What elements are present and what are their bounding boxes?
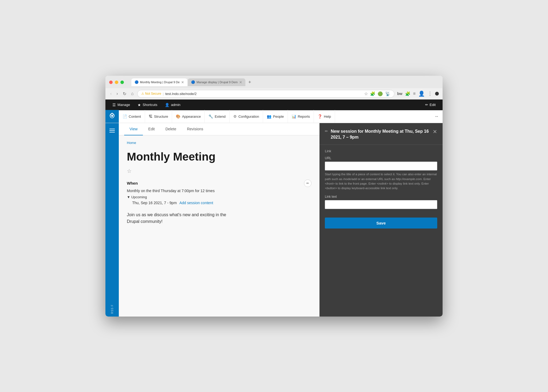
manage-menu-item[interactable]: ☰ Manage — [109, 101, 133, 109]
edit-label: Edit — [430, 103, 436, 107]
reports-label: Reports — [298, 115, 310, 119]
people-label: People — [273, 115, 284, 119]
url-hint: Start typing the title of a piece of con… — [325, 172, 437, 191]
upcoming-toggle[interactable]: ▼ Upcoming — [127, 195, 311, 199]
nav-item-configuration[interactable]: ⚙ Configuration — [230, 110, 263, 123]
content-tabs: View Edit Delete Revisions — [119, 123, 319, 135]
extension-icon[interactable]: 🧩 — [370, 91, 375, 96]
bw-icon[interactable]: bw — [397, 92, 402, 96]
admin-label: admin — [171, 103, 180, 107]
sidebar-rss: RSS F — [105, 302, 119, 316]
rss-text: RSS F — [111, 305, 114, 314]
add-session-link[interactable]: Add session content — [179, 201, 213, 205]
puzzle-icon[interactable]: 🧩 — [405, 91, 410, 96]
when-header: When ✏ — [127, 180, 311, 187]
nav-item-content[interactable]: 📄 Content — [119, 110, 145, 123]
admin-bar: ☰ Manage ★ Shortcuts 👤 admin ✏ Edit — [105, 100, 443, 110]
address-actions: ☆ 🧩 🟢 📡 — [364, 91, 390, 96]
edit-button[interactable]: ✏ Edit — [422, 101, 439, 108]
save-button[interactable]: Save — [325, 218, 437, 229]
browser-menu-button[interactable]: ⋮ — [428, 91, 432, 97]
link-text-input[interactable] — [325, 200, 437, 209]
user-avatar[interactable]: 👤 — [418, 90, 425, 97]
nav-item-people[interactable]: 👥 People — [263, 110, 288, 123]
when-edit-button[interactable]: ✏ — [304, 180, 311, 187]
forward-button[interactable]: › — [115, 91, 119, 97]
browser-tab-active[interactable]: 🔵 Monthly Meeting | Drupal 9 De ✕ — [131, 78, 187, 86]
nav-right-arrow-icon[interactable]: ↔ — [435, 114, 439, 119]
page-body: RSS F View Edit Delete Revisions Home Mo… — [105, 123, 443, 317]
admin-bar-right: ✏ Edit — [422, 101, 439, 108]
configuration-label: Configuration — [238, 115, 259, 119]
when-label: When — [127, 181, 138, 185]
appearance-label: Appearance — [182, 115, 201, 119]
link-section-label: Link — [325, 149, 437, 153]
session-item: Thu, Sep 16 2021, 7 - 9pm Add session co… — [132, 201, 311, 205]
sidebar: RSS F — [105, 123, 119, 317]
favorite-star-icon[interactable]: ☆ — [127, 168, 311, 174]
tab-delete[interactable]: Delete — [160, 123, 181, 135]
reload-button[interactable]: ↻ — [122, 91, 127, 97]
tab-title-1: Monthly Meeting | Drupal 9 De — [140, 81, 180, 84]
shortcuts-label: Shortcuts — [143, 103, 157, 107]
content-label: Content — [129, 115, 141, 119]
url-label: URL — [325, 156, 437, 160]
drupal-navigation: 📄 Content 🏗 Structure 🎨 Appearance 🔧 Ext… — [105, 110, 443, 123]
address-bar[interactable]: ⚠ Not Secure | test.Indo.site/node/2 ☆ 🧩… — [137, 90, 394, 98]
drupal-logo[interactable] — [105, 110, 119, 123]
panel-edit-icon[interactable]: ✏ — [325, 129, 328, 133]
nav-item-appearance[interactable]: 🎨 Appearance — [172, 110, 205, 123]
close-window-button[interactable] — [109, 81, 113, 84]
nav-item-structure[interactable]: 🏗 Structure — [145, 110, 172, 123]
manage-label: Manage — [117, 103, 130, 107]
sidebar-toggle-button[interactable] — [107, 126, 117, 135]
page-description: Join us as we discuss what's new and exc… — [127, 211, 311, 225]
url-text: test.Indo.site/node/2 — [165, 92, 197, 96]
when-section: When ✏ Monthly on the third Thursday at … — [127, 180, 311, 205]
nav-item-reports[interactable]: 📊 Reports — [288, 110, 314, 123]
admin-bar-left: ☰ Manage ★ Shortcuts 👤 admin — [109, 101, 184, 109]
back-button[interactable]: ‹ — [109, 91, 113, 97]
content-icon: 📄 — [123, 114, 127, 119]
tab-view[interactable]: View — [124, 123, 143, 135]
tab-revisions[interactable]: Revisions — [182, 123, 209, 135]
url-input[interactable] — [325, 162, 437, 170]
pencil-icon: ✏ — [425, 103, 428, 107]
nav-right: ↔ — [431, 114, 443, 119]
shortcuts-menu-item[interactable]: ★ Shortcuts — [134, 101, 161, 109]
link-text-label: Link text — [325, 195, 437, 199]
extend-icon: 🔧 — [208, 114, 213, 119]
browser-tab-inactive[interactable]: 🔵 Manage display | Drupal 9 Dem ✕ — [188, 78, 245, 86]
appearance-icon: 🎨 — [176, 114, 180, 119]
home-button[interactable]: ⌂ — [130, 91, 135, 97]
cast-icon[interactable]: 📡 — [385, 91, 390, 96]
configuration-icon: ⚙ — [233, 114, 237, 119]
tab-close-2[interactable]: ✕ — [239, 80, 242, 84]
panel-close-button[interactable]: ✕ — [433, 128, 437, 135]
drupal-logo-svg — [108, 113, 116, 120]
not-secure-indicator: ⚠ Not Secure — [141, 92, 161, 96]
reports-icon: 📊 — [292, 114, 296, 119]
shortcuts-star-icon: ★ — [138, 103, 141, 107]
nav-item-help[interactable]: ❓ Help — [314, 110, 335, 123]
tab-close-1[interactable]: ✕ — [181, 80, 184, 84]
menu-icon[interactable]: ≡ — [413, 91, 416, 96]
link-text-form-group: Link text — [325, 195, 437, 209]
people-icon: 👥 — [267, 114, 271, 119]
breadcrumb-home-link[interactable]: Home — [127, 141, 136, 145]
bookmark-icon[interactable]: ☆ — [364, 91, 368, 96]
tab-edit[interactable]: Edit — [143, 123, 160, 135]
nav-item-extend[interactable]: 🔧 Extend — [205, 110, 229, 123]
minimize-window-button[interactable] — [115, 81, 118, 84]
help-icon: ❓ — [318, 114, 322, 119]
admin-person-icon: 👤 — [165, 103, 169, 107]
tab-favicon-2: 🔵 — [191, 80, 195, 84]
new-tab-button[interactable]: + — [246, 79, 253, 86]
main-content: View Edit Delete Revisions Home Monthly … — [119, 123, 319, 317]
admin-menu-item[interactable]: 👤 admin — [162, 101, 184, 109]
profile-icon[interactable]: 🟢 — [378, 91, 383, 96]
maximize-window-button[interactable] — [120, 81, 124, 84]
url-form-group: URL Start typing the title of a piece of… — [325, 156, 437, 191]
structure-icon: 🏗 — [149, 114, 153, 119]
browser-titlebar: 🔵 Monthly Meeting | Drupal 9 De ✕ 🔵 Mana… — [105, 76, 443, 88]
